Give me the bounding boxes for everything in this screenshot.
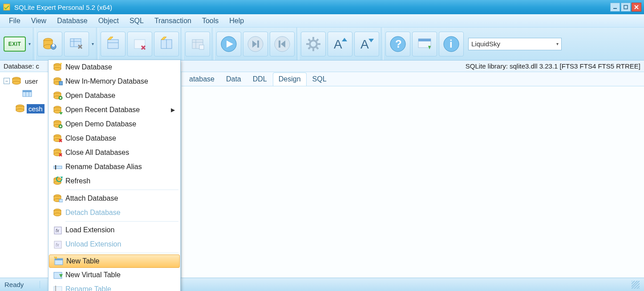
update-button[interactable] bbox=[412, 32, 437, 57]
close-button[interactable] bbox=[632, 3, 641, 12]
svg-point-57 bbox=[16, 109, 24, 112]
menu-item-label: Load Extension bbox=[65, 226, 175, 234]
svg-point-95 bbox=[54, 213, 61, 216]
svg-point-7 bbox=[52, 44, 55, 47]
status-text: Ready bbox=[4, 281, 40, 288]
tree-selected-label: cesh bbox=[27, 104, 45, 113]
tab-sql[interactable]: SQL bbox=[307, 73, 332, 86]
menu-item-rename-database-alias[interactable]: Rename Database Alias bbox=[49, 160, 180, 174]
menubar: File View Database Object SQL Transactio… bbox=[0, 14, 644, 28]
minimize-button[interactable] bbox=[610, 3, 620, 12]
app-icon bbox=[3, 3, 11, 11]
new-table-button[interactable] bbox=[101, 32, 126, 57]
menu-database[interactable]: Database bbox=[53, 16, 92, 26]
svg-rect-44 bbox=[418, 39, 431, 41]
exit-button[interactable]: EXIT bbox=[4, 36, 26, 52]
menu-divider bbox=[65, 190, 178, 190]
step-forward-button[interactable] bbox=[243, 32, 268, 57]
exit-label: EXIT bbox=[8, 41, 21, 47]
play-button[interactable] bbox=[216, 32, 241, 57]
svg-text:?: ? bbox=[395, 38, 402, 50]
submenu-arrow-icon: ▶ bbox=[171, 107, 175, 113]
menu-item-label: Unload Extension bbox=[65, 240, 175, 248]
about-button[interactable]: i bbox=[439, 32, 464, 57]
table-icon bbox=[22, 90, 32, 97]
menu-transaction[interactable]: Transaction bbox=[150, 16, 196, 26]
menu-view[interactable]: View bbox=[27, 16, 51, 26]
chevron-down-icon: ▾ bbox=[556, 41, 559, 46]
menu-item-label: Detach Database bbox=[65, 209, 175, 217]
menu-item-new-table[interactable]: New Table bbox=[49, 255, 180, 268]
db-dropdown-arrow[interactable]: ▾ bbox=[90, 41, 95, 46]
settings-button[interactable] bbox=[301, 32, 326, 57]
data-button[interactable] bbox=[185, 32, 210, 57]
svg-point-28 bbox=[310, 40, 317, 48]
menu-item-label: New Virtual Table bbox=[65, 271, 175, 279]
menu-item-rename-table: Rename Table bbox=[49, 282, 180, 291]
ext-load-icon: fx bbox=[50, 226, 65, 234]
menu-item-open-database[interactable]: Open Database bbox=[49, 89, 180, 103]
svg-rect-24 bbox=[257, 40, 259, 48]
svg-rect-83 bbox=[54, 166, 62, 169]
tab-ddl[interactable]: DDL bbox=[247, 73, 273, 86]
menu-item-label: Close Database bbox=[65, 134, 175, 142]
menu-item-label: Open Recent Database bbox=[65, 106, 171, 114]
svg-text:i: i bbox=[450, 38, 453, 50]
menu-file[interactable]: File bbox=[4, 16, 25, 26]
svg-rect-64 bbox=[59, 81, 63, 85]
menu-item-attach-database[interactable]: Attach Database bbox=[49, 191, 180, 206]
menu-sql[interactable]: SQL bbox=[125, 16, 148, 26]
menu-help[interactable]: Help bbox=[225, 16, 248, 26]
font-decrease-button[interactable]: A bbox=[354, 32, 379, 57]
window-title: SQLite Expert Personal 5.2 (x64) bbox=[14, 4, 610, 11]
table-new-icon bbox=[51, 257, 66, 266]
svg-line-34 bbox=[316, 47, 318, 49]
tab-body bbox=[182, 86, 644, 278]
menu-item-new-virtual-table[interactable]: New Virtual Table bbox=[49, 268, 180, 282]
svg-line-35 bbox=[308, 47, 310, 49]
svg-text:A: A bbox=[360, 37, 369, 51]
menu-item-label: New Table bbox=[66, 257, 174, 265]
svg-rect-11 bbox=[108, 40, 118, 48]
library-label: SQLite library: sqlite3.dll 3.23.1 [FTS3… bbox=[466, 62, 640, 70]
tab-database[interactable]: atabase bbox=[183, 73, 220, 86]
delete-table-button[interactable] bbox=[127, 32, 152, 57]
tab-design[interactable]: Design bbox=[273, 73, 307, 86]
svg-line-36 bbox=[316, 39, 318, 41]
exit-dropdown-arrow[interactable]: ▾ bbox=[27, 41, 32, 46]
menu-tools[interactable]: Tools bbox=[198, 16, 223, 26]
menu-item-close-all-databases[interactable]: Close All Databases bbox=[49, 146, 180, 160]
svg-rect-52 bbox=[23, 90, 32, 92]
menu-item-detach-database: Detach Database bbox=[49, 206, 180, 220]
table-tools-button[interactable] bbox=[64, 32, 89, 57]
svg-marker-40 bbox=[369, 39, 374, 42]
database-icon bbox=[15, 105, 25, 113]
menu-item-label: Attach Database bbox=[65, 194, 175, 202]
menu-item-close-database[interactable]: Close Database bbox=[49, 131, 180, 146]
resize-grip-icon[interactable] bbox=[632, 281, 640, 289]
database-icon bbox=[12, 77, 21, 85]
help-button[interactable]: ? bbox=[385, 32, 410, 57]
menu-object[interactable]: Object bbox=[94, 16, 123, 26]
menu-item-unload-extension: fxUnload Extension bbox=[49, 237, 180, 251]
svg-point-60 bbox=[54, 68, 61, 71]
menu-item-open-recent-database[interactable]: Open Recent Database▶ bbox=[49, 103, 180, 117]
rename-icon bbox=[50, 162, 65, 171]
tab-data[interactable]: Data bbox=[220, 73, 247, 86]
menu-item-new-in-memory-database[interactable]: New In-Memory Database bbox=[49, 74, 180, 89]
db-users-button[interactable] bbox=[37, 32, 62, 57]
menu-item-open-demo-database[interactable]: Open Demo Database bbox=[49, 117, 180, 131]
database-context-menu: New DatabaseNew In-Memory DatabaseOpen D… bbox=[48, 60, 181, 291]
svg-text:fx: fx bbox=[56, 242, 60, 247]
ext-unload-icon: fx bbox=[50, 240, 65, 249]
db-mem-icon bbox=[50, 77, 65, 86]
menu-item-refresh[interactable]: Refresh bbox=[49, 174, 180, 188]
maximize-button[interactable] bbox=[621, 3, 631, 12]
menu-item-new-database[interactable]: New Database bbox=[49, 60, 180, 74]
font-increase-button[interactable]: A bbox=[328, 32, 352, 57]
step-back-button[interactable] bbox=[270, 32, 295, 57]
new-column-button[interactable] bbox=[154, 32, 179, 57]
menu-item-load-extension[interactable]: fxLoad Extension bbox=[49, 223, 180, 237]
style-combo[interactable]: LiquidSky ▾ bbox=[468, 38, 562, 50]
expander-icon[interactable]: − bbox=[4, 78, 10, 84]
